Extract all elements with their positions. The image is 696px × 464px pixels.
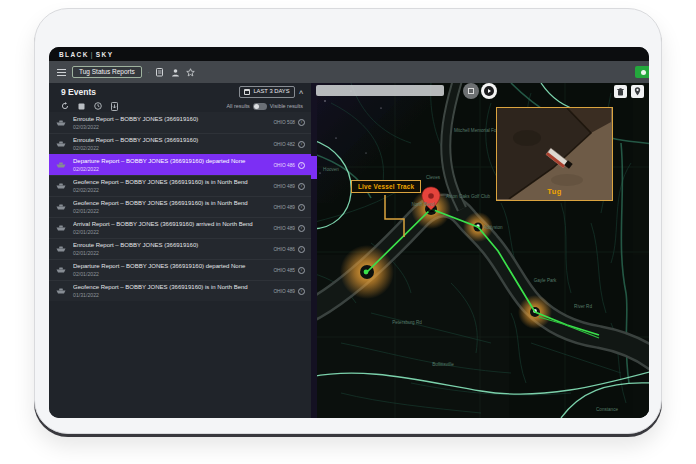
event-date: 02/01/2022 <box>73 271 269 277</box>
menu-icon[interactable] <box>57 69 66 76</box>
results-toggle[interactable] <box>253 103 267 110</box>
timeline-slider[interactable] <box>316 85 444 96</box>
event-title: Departure Report – BOBBY JONES (36691916… <box>73 263 269 270</box>
event-text: Arrival Report – BOBBY JONES (366919160)… <box>73 221 273 235</box>
date-range-button[interactable]: LAST 3 DAYS <box>239 86 294 98</box>
map-place-label: River Rd <box>574 304 592 309</box>
event-location-tag: OHIO 482 <box>273 142 295 147</box>
all-results-label: All results <box>226 103 249 109</box>
event-location-tag: OHIO 489 <box>273 289 295 294</box>
info-icon[interactable]: i <box>298 162 305 169</box>
event-text: Geofence Report – BOBBY JONES (366919160… <box>73 284 273 298</box>
play-button[interactable] <box>481 83 497 99</box>
event-row[interactable]: Geofence Report – BOBBY JONES (366919160… <box>49 280 311 301</box>
event-date: 02/02/2022 <box>73 166 269 172</box>
inset-label: Tug <box>497 187 612 196</box>
event-row[interactable]: Departure Report – BOBBY JONES (36691916… <box>49 154 311 175</box>
event-row[interactable]: Arrival Report – BOBBY JONES (366919160)… <box>49 217 311 238</box>
tug-icon <box>49 246 73 252</box>
pause-icon <box>468 88 474 94</box>
copy-report-icon[interactable] <box>156 68 165 77</box>
history-clock-icon[interactable] <box>94 102 102 110</box>
event-row[interactable]: Enroute Report – BOBBY JONES (366919160)… <box>49 112 311 133</box>
event-date: 02/02/2022 <box>73 187 269 193</box>
info-icon[interactable]: i <box>298 288 305 295</box>
satellite-image <box>497 108 611 199</box>
map-place-label: Constance <box>596 407 618 412</box>
logo-sky: SKY <box>96 51 114 58</box>
event-text: Enroute Report – BOBBY JONES (366919160)… <box>73 116 273 130</box>
tug-icon <box>49 162 73 168</box>
info-icon[interactable]: i <box>298 204 305 211</box>
event-date: 02/01/2022 <box>73 229 269 235</box>
event-title: Geofence Report – BOBBY JONES (366919160… <box>73 200 269 207</box>
event-location-tag: OHIO 489 <box>273 226 295 231</box>
collapse-caret-icon[interactable]: ∧ <box>298 88 304 95</box>
event-row[interactable]: Enroute Report – BOBBY JONES (366919160)… <box>49 238 311 259</box>
tug-icon <box>49 288 73 294</box>
delete-tool-button[interactable] <box>614 85 627 98</box>
blacksky-logo: BLACK | SKY <box>59 51 113 58</box>
event-location-tag: OHIO 485 <box>273 268 295 273</box>
logo-black: BLACK <box>59 51 89 58</box>
trash-icon <box>617 88 624 96</box>
refresh-icon[interactable] <box>61 102 69 110</box>
toolbar-separator-dot: · <box>148 69 150 75</box>
stop-icon[interactable] <box>78 103 85 110</box>
save-button[interactable]: Save <box>635 66 649 78</box>
export-report-icon[interactable] <box>111 102 118 111</box>
pin-tool-button[interactable] <box>631 85 644 98</box>
satellite-inset[interactable]: Tug <box>496 107 613 201</box>
event-title: Departure Report – BOBBY JONES (36691916… <box>73 158 269 165</box>
event-title: Enroute Report – BOBBY JONES (366919160) <box>73 137 269 144</box>
map-place-label: Hooven <box>323 167 339 172</box>
info-icon[interactable]: i <box>298 183 305 190</box>
info-icon[interactable]: i <box>298 267 305 274</box>
app-screen: BLACK | SKY Tug Status Reports · <box>49 47 649 418</box>
event-date: 02/02/2022 <box>73 145 269 151</box>
event-row[interactable]: Geofence Report – BOBBY JONES (366919160… <box>49 196 311 217</box>
tug-icon <box>49 225 73 231</box>
tablet-frame: BLACK | SKY Tug Status Reports · <box>34 8 662 434</box>
event-date: 02/01/2022 <box>73 208 269 214</box>
info-icon[interactable]: i <box>298 246 305 253</box>
event-location-tag: OHIO 489 <box>273 205 295 210</box>
event-location-tag: OHIO 508 <box>273 120 295 125</box>
map-place-label: Aston Oaks Golf Club <box>446 194 490 199</box>
tug-icon <box>49 120 73 126</box>
tug-icon <box>49 267 73 273</box>
map-gutter <box>311 83 317 418</box>
user-icon[interactable] <box>171 68 180 77</box>
map-place-label: Cleves <box>426 175 440 180</box>
event-title: Geofence Report – BOBBY JONES (366919160… <box>73 179 269 186</box>
info-icon[interactable]: i <box>298 119 305 126</box>
date-range-label: LAST 3 DAYS <box>253 89 289 95</box>
map-view[interactable]: Mitchell Memorial ForestHoovenClevesMari… <box>311 83 649 418</box>
info-icon[interactable]: i <box>298 141 305 148</box>
report-title-field[interactable]: Tug Status Reports <box>72 66 142 79</box>
map-place-label: Bullittsville <box>432 362 453 367</box>
event-text: Geofence Report – BOBBY JONES (366919160… <box>73 200 273 214</box>
visible-results-label: Visible results <box>270 103 303 109</box>
event-text: Departure Report – BOBBY JONES (36691916… <box>73 158 273 172</box>
page: BLACK | SKY Tug Status Reports · <box>0 0 696 464</box>
event-title: Enroute Report – BOBBY JONES (366919160) <box>73 116 269 123</box>
map-place-label: Petersburg Rd <box>392 320 422 325</box>
info-icon[interactable]: i <box>298 225 305 232</box>
event-row[interactable]: Geofence Report – BOBBY JONES (366919160… <box>49 175 311 196</box>
map-pin-icon <box>634 87 641 96</box>
event-title: Enroute Report – BOBBY JONES (366919160) <box>73 242 269 249</box>
app-topbar: BLACK | SKY <box>49 47 649 61</box>
event-row[interactable]: Departure Report – BOBBY JONES (36691916… <box>49 259 311 280</box>
pause-button[interactable] <box>463 83 479 99</box>
event-location-tag: OHIO 489 <box>273 184 295 189</box>
report-toolbar: Tug Status Reports · Save <box>49 61 649 83</box>
event-list: Enroute Report – BOBBY JONES (366919160)… <box>49 112 311 301</box>
map-place-label: North Bend <box>411 202 434 207</box>
selected-event-marker <box>311 156 317 179</box>
favorite-star-icon[interactable] <box>186 68 195 77</box>
event-row[interactable]: Enroute Report – BOBBY JONES (366919160)… <box>49 133 311 154</box>
tug-icon <box>49 141 73 147</box>
event-location-tag: OHIO 486 <box>273 163 295 168</box>
event-text: Enroute Report – BOBBY JONES (366919160)… <box>73 137 273 151</box>
